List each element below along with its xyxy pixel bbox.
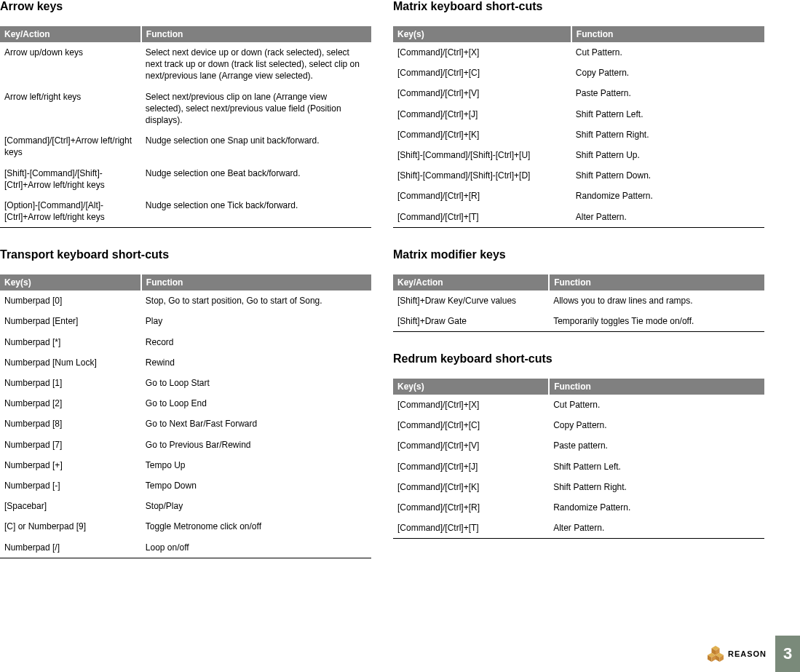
table-row: [Spacebar]Stop/Play [0,496,371,516]
func-cell: Nudge selection one Beat back/forward. [141,163,371,195]
func-cell: Nudge selection one Snap unit back/forwa… [141,130,371,162]
key-cell: [Option]-[Command]/[Alt]-[Ctrl]+Arrow le… [0,195,141,228]
col-header: Key(s) [393,379,549,395]
key-cell: Numberpad [*] [0,332,141,352]
table-row: [Shift]+Draw Key/Curve valuesAllows you … [393,290,764,311]
key-cell: [Command]/[Ctrl]+[R] [393,186,571,206]
key-cell: Numberpad [0] [0,290,141,311]
col-header: Key(s) [0,274,141,290]
section-title: Matrix keyboard short-cuts [393,0,764,13]
table-row: [Command]/[Ctrl]+[X]Cut Pattern. [393,395,764,415]
func-cell: Alter Pattern. [571,207,764,228]
key-cell: [Command]/[Ctrl]+[X] [393,395,549,415]
table-row: Numberpad [7]Go to Previous Bar/Rewind [0,435,371,455]
func-cell: Select next/previous clip on lane (Arran… [141,87,371,131]
reason-logo-icon [708,646,724,662]
table-row: [C] or Numberpad [9]Toggle Metronome cli… [0,516,371,537]
key-cell: [Command]/[Ctrl]+Arrow left/right keys [0,130,141,162]
key-cell: [Shift]+Draw Gate [393,311,549,332]
col-header: Function [549,379,764,395]
table-row: [Command]/[Ctrl]+Arrow left/right keysNu… [0,130,371,162]
table-row: [Command]/[Ctrl]+[C]Copy Pattern. [393,63,764,83]
func-cell: Go to Previous Bar/Rewind [141,435,371,455]
col-header: Function [141,26,371,42]
func-cell: Rewind [141,352,371,373]
table-row: [Option]-[Command]/[Alt]-[Ctrl]+Arrow le… [0,195,371,228]
func-cell: Tempo Up [141,455,371,475]
func-cell: Shift Pattern Up. [571,145,764,165]
col-header: Function [141,274,371,290]
table-row: [Command]/[Ctrl]+[J]Shift Pattern Left. [393,104,764,124]
func-cell: Cut Pattern. [549,395,764,415]
col-header: Function [571,26,764,42]
table-row: [Command]/[Ctrl]+[T]Alter Pattern. [393,207,764,228]
func-cell: Randomize Pattern. [571,186,764,206]
transport-table: Key(s) Function Numberpad [0]Stop, Go to… [0,274,371,558]
key-cell: [Command]/[Ctrl]+[K] [393,477,549,497]
table-row: Numberpad [/]Loop on/off [0,537,371,558]
table-row: Numberpad [-]Tempo Down [0,475,371,496]
func-cell: Temporarily toggles Tie mode on/off. [549,311,764,332]
col-header: Key/Action [0,26,141,42]
key-cell: [Spacebar] [0,496,141,516]
key-cell: [Command]/[Ctrl]+[J] [393,104,571,124]
func-cell: Go to Loop Start [141,373,371,393]
table-row: Numberpad [+]Tempo Up [0,455,371,475]
func-cell: Tempo Down [141,475,371,496]
table-row: [Shift]-[Command]/[Shift]-[Ctrl]+[D]Shif… [393,165,764,186]
func-cell: Shift Pattern Left. [549,456,764,477]
func-cell: Toggle Metronome click on/off [141,516,371,537]
col-header: Key/Action [393,274,549,290]
col-header: Key(s) [393,26,571,42]
key-cell: [Shift]-[Command]/[Shift]-[Ctrl]+[D] [393,165,571,186]
func-cell: Nudge selection one Tick back/forward. [141,195,371,228]
key-cell: Numberpad [1] [0,373,141,393]
table-row: Numberpad [Enter]Play [0,311,371,331]
section-title: Transport keyboard short-cuts [0,248,371,261]
func-cell: Copy Pattern. [571,63,764,83]
section-title: Redrum keyboard short-cuts [393,352,764,365]
func-cell: Shift Pattern Left. [571,104,764,124]
table-row: [Command]/[Ctrl]+[X]Cut Pattern. [393,42,764,63]
key-cell: [Shift]-[Command]/[Shift]-[Ctrl]+Arrow l… [0,163,141,195]
table-row: Arrow up/down keysSelect next device up … [0,42,371,87]
key-cell: [C] or Numberpad [9] [0,516,141,537]
arrow-keys-table: Key/Action Function Arrow up/down keysSe… [0,26,371,228]
key-cell: [Command]/[Ctrl]+[C] [393,415,549,435]
func-cell: Select next device up or down (rack sele… [141,42,371,87]
table-row: Numberpad [0]Stop, Go to start position,… [0,290,371,311]
key-cell: [Command]/[Ctrl]+[X] [393,42,571,63]
key-cell: [Command]/[Ctrl]+[T] [393,518,549,539]
key-cell: Numberpad [+] [0,455,141,475]
table-row: Arrow left/right keysSelect next/previou… [0,87,371,131]
key-cell: [Shift]+Draw Key/Curve values [393,290,549,311]
page-number: 3 [775,636,800,672]
right-column: Matrix keyboard short-cuts Key(s) Functi… [393,0,764,579]
key-cell: Numberpad [Num Lock] [0,352,141,373]
section-title: Matrix modifier keys [393,248,764,261]
func-cell: Paste Pattern. [571,83,764,103]
key-cell: Arrow left/right keys [0,87,141,131]
key-cell: Numberpad [-] [0,475,141,496]
key-cell: [Command]/[Ctrl]+[V] [393,435,549,456]
matrix-shortcuts-table: Key(s) Function [Command]/[Ctrl]+[X]Cut … [393,26,764,228]
key-cell: [Command]/[Ctrl]+[R] [393,497,549,518]
table-row: Numberpad [8]Go to Next Bar/Fast Forward [0,414,371,434]
func-cell: Copy Pattern. [549,415,764,435]
func-cell: Randomize Pattern. [549,497,764,518]
func-cell: Go to Loop End [141,393,371,414]
table-row: [Command]/[Ctrl]+[J]Shift Pattern Left. [393,456,764,477]
key-cell: Numberpad [7] [0,435,141,455]
key-cell: Numberpad [2] [0,393,141,414]
key-cell: Numberpad [8] [0,414,141,434]
func-cell: Shift Pattern Down. [571,165,764,186]
table-row: [Command]/[Ctrl]+[R]Randomize Pattern. [393,497,764,518]
page-container: Arrow keys Key/Action Function Arrow up/… [0,0,800,579]
matrix-modifier-table: Key/Action Function [Shift]+Draw Key/Cur… [393,274,764,332]
section-title: Arrow keys [0,0,371,13]
key-cell: Numberpad [/] [0,537,141,558]
table-row: [Command]/[Ctrl]+[R]Randomize Pattern. [393,186,764,206]
table-row: [Command]/[Ctrl]+[T]Alter Pattern. [393,518,764,539]
table-row: [Command]/[Ctrl]+[C]Copy Pattern. [393,415,764,435]
table-row: Numberpad [Num Lock]Rewind [0,352,371,373]
